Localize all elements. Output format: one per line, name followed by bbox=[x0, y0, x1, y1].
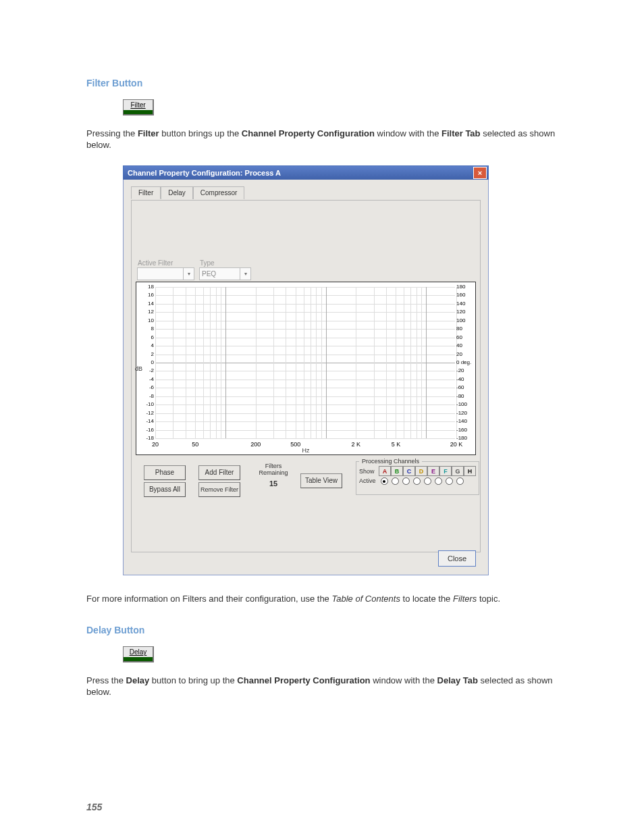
y2-tick: -60 bbox=[456, 384, 474, 390]
paragraph-filter-description: Pressing the Filter button brings up the… bbox=[86, 128, 566, 151]
channel-radio-c[interactable] bbox=[400, 477, 411, 486]
y2-tick: -180 bbox=[456, 435, 474, 441]
channel-radio-g[interactable] bbox=[444, 477, 454, 486]
type-label: Type bbox=[200, 259, 215, 267]
filter-mini-button-screenshot: Filter bbox=[123, 99, 154, 115]
y-tick: -10 bbox=[138, 401, 154, 407]
window-titlebar: Channel Property Configuration: Process … bbox=[123, 165, 489, 180]
y-tick: -8 bbox=[138, 393, 154, 399]
x-tick: 2 K bbox=[352, 441, 361, 448]
processing-channels-group: Processing Channels Show ABCDEFGH Active bbox=[356, 458, 479, 495]
x-tick: 20 bbox=[152, 441, 159, 448]
channel-letter-f[interactable]: F bbox=[439, 466, 452, 476]
channel-letter-g[interactable]: G bbox=[452, 466, 464, 476]
y-tick: 10 bbox=[138, 317, 154, 323]
text: button to bring up the bbox=[149, 675, 237, 685]
section-heading-filter: Filter Button bbox=[86, 78, 566, 88]
y2-tick: 140 bbox=[456, 301, 474, 307]
close-icon: × bbox=[478, 169, 482, 177]
text: Pressing the bbox=[86, 128, 138, 138]
y2-tick: 80 bbox=[456, 325, 474, 332]
channel-letter-a[interactable]: A bbox=[379, 466, 391, 476]
y2-tick: -140 bbox=[456, 418, 474, 424]
channel-letter-d[interactable]: D bbox=[415, 466, 427, 476]
mini-button-colorbar bbox=[124, 657, 153, 661]
bypass-all-button[interactable]: Bypass All bbox=[144, 482, 186, 497]
y2-tick: 100 bbox=[456, 317, 474, 323]
add-filter-button[interactable]: Add Filter bbox=[198, 465, 240, 480]
active-label: Active bbox=[359, 477, 377, 484]
italic-text: Table of Contents bbox=[331, 594, 400, 604]
y-tick: 6 bbox=[138, 334, 154, 340]
tab-compressor[interactable]: Compressor bbox=[193, 186, 244, 199]
phase-button[interactable]: Phase bbox=[144, 465, 186, 480]
active-filter-dropdown[interactable]: ▾ bbox=[137, 267, 194, 280]
channel-radio-d[interactable] bbox=[411, 477, 422, 486]
channel-letter-h[interactable]: H bbox=[464, 466, 476, 476]
x-tick: 5 K bbox=[392, 441, 401, 448]
italic-text: Filters bbox=[453, 594, 477, 604]
y-tick: -18 bbox=[138, 435, 154, 441]
bold-text: Delay bbox=[126, 675, 150, 685]
y-tick: -2 bbox=[138, 367, 154, 373]
y-tick: 18 bbox=[138, 284, 154, 290]
y2-tick: 60 bbox=[456, 334, 474, 340]
y2-tick: 0 deg. bbox=[456, 359, 474, 365]
bold-text: Delay Tab bbox=[437, 675, 478, 685]
close-button[interactable]: Close bbox=[438, 550, 476, 567]
text: Press the bbox=[86, 675, 126, 685]
y-tick: 16 bbox=[138, 292, 154, 298]
channel-letter-e[interactable]: E bbox=[427, 466, 439, 476]
tab-filter[interactable]: Filter bbox=[131, 186, 161, 199]
text: to locate the bbox=[400, 594, 453, 604]
y-tick: 0 bbox=[138, 359, 154, 365]
filter-response-chart: dB Hz 1818016160141401212010100880660440… bbox=[136, 282, 476, 455]
channel-radio-b[interactable] bbox=[390, 477, 400, 486]
x-tick: 500 bbox=[290, 441, 300, 448]
bold-text: Filter Tab bbox=[441, 128, 481, 138]
table-view-button[interactable]: Table View bbox=[300, 473, 342, 488]
channel-radio-a[interactable] bbox=[379, 477, 390, 486]
remove-filter-button[interactable]: Remove Filter bbox=[198, 482, 240, 497]
window-close-button[interactable]: × bbox=[473, 167, 487, 179]
bold-text: Channel Property Configuration bbox=[242, 128, 375, 138]
chart-grid bbox=[155, 287, 455, 438]
y2-tick: -100 bbox=[456, 401, 474, 407]
chevron-down-icon: ▾ bbox=[240, 268, 250, 280]
dropdown-value: PEQ bbox=[200, 270, 240, 278]
mini-button-label: Delay bbox=[124, 647, 153, 657]
text: window with the bbox=[371, 675, 437, 685]
y-tick: -4 bbox=[138, 376, 154, 382]
y-tick: -6 bbox=[138, 384, 154, 390]
channel-radio-e[interactable] bbox=[422, 477, 433, 486]
bold-text: Filter bbox=[138, 128, 159, 138]
x-tick: 200 bbox=[250, 441, 261, 448]
y-tick: 4 bbox=[138, 342, 154, 348]
channel-letter-c[interactable]: C bbox=[403, 466, 415, 476]
y-tick: -12 bbox=[138, 410, 154, 416]
tab-delay[interactable]: Delay bbox=[161, 186, 193, 199]
x-axis-label: Hz bbox=[302, 447, 310, 454]
channel-letter-b[interactable]: B bbox=[391, 466, 403, 476]
text: For more information on Filters and thei… bbox=[86, 594, 331, 604]
mini-button-label: Filter bbox=[124, 100, 153, 110]
text: window with the bbox=[375, 128, 441, 138]
x-tick: 20 K bbox=[450, 441, 463, 448]
tab-strip: Filter Delay Compressor bbox=[131, 186, 481, 199]
section-heading-delay: Delay Button bbox=[86, 625, 566, 635]
y-tick: 8 bbox=[138, 325, 154, 332]
window-body: Filter Delay Compressor Active Filter ▾ … bbox=[123, 180, 489, 575]
y2-tick: -160 bbox=[456, 427, 474, 433]
y2-tick: 40 bbox=[456, 342, 474, 348]
y2-tick: -120 bbox=[456, 410, 474, 416]
channel-radio-f[interactable] bbox=[433, 477, 444, 486]
bold-text: Channel Property Configuration bbox=[237, 675, 370, 685]
page-number: 155 bbox=[86, 802, 102, 812]
text: button brings up the bbox=[159, 128, 242, 138]
paragraph-filter-more-info: For more information on Filters and thei… bbox=[86, 593, 566, 604]
type-dropdown[interactable]: PEQ ▾ bbox=[199, 267, 251, 280]
filters-remaining-value: 15 bbox=[253, 479, 294, 488]
filters-remaining-label: Filters Remaining bbox=[253, 463, 294, 476]
channel-radio-h[interactable] bbox=[454, 477, 465, 486]
y-tick: 2 bbox=[138, 351, 154, 357]
